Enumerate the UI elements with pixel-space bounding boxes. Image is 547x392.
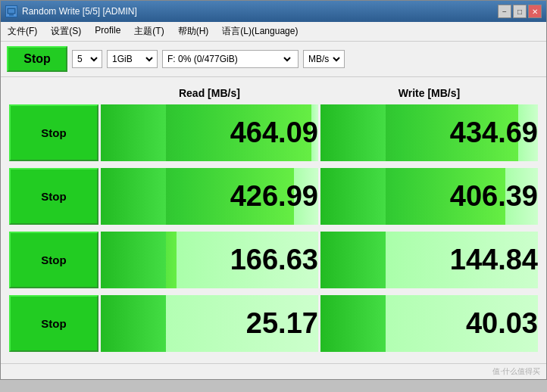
menu-help[interactable]: 帮助(H) bbox=[176, 24, 211, 39]
watermark: 值·什么值得买 bbox=[492, 366, 540, 377]
unit-select[interactable]: MB/s GB/s IOPS bbox=[305, 53, 342, 65]
unit-selector[interactable]: MB/s GB/s IOPS bbox=[303, 50, 345, 68]
maximize-button[interactable]: □ bbox=[513, 5, 527, 18]
menu-profile[interactable]: Profile bbox=[92, 24, 123, 39]
size-select[interactable]: 1GiB 512MiB 2GiB bbox=[109, 53, 155, 65]
table-row: Stop25.1740.03 bbox=[9, 295, 538, 352]
menu-bar: 文件(F) 设置(S) Profile 主题(T) 帮助(H) 语言(L)(La… bbox=[1, 22, 546, 42]
write-value-4: 40.03 bbox=[466, 307, 538, 339]
drive-selector[interactable]: F: 0% (0/477GiB) bbox=[162, 50, 299, 68]
window-controls: − □ ✕ bbox=[498, 5, 542, 18]
menu-language[interactable]: 语言(L)(Language) bbox=[220, 24, 300, 39]
menu-theme[interactable]: 主题(T) bbox=[132, 24, 166, 39]
stop-button-2[interactable]: Stop bbox=[9, 168, 98, 225]
write-value-2: 406.39 bbox=[450, 180, 538, 212]
results-area: Read [MB/s] Write [MB/s] Stop464.09434.6… bbox=[1, 77, 546, 359]
write-value-3: 144.84 bbox=[450, 244, 538, 275]
window-title: Random Write [5/5] [ADMIN] bbox=[22, 6, 137, 17]
count-select[interactable]: 5 1 3 10 bbox=[74, 53, 100, 65]
read-value-4: 25.17 bbox=[246, 307, 318, 339]
status-bar: 值·什么值得买 bbox=[1, 363, 546, 379]
count-selector[interactable]: 5 1 3 10 bbox=[72, 50, 102, 68]
app-icon bbox=[5, 5, 17, 17]
menu-file[interactable]: 文件(F) bbox=[5, 24, 39, 39]
menu-settings[interactable]: 设置(S) bbox=[48, 24, 83, 39]
read-header: Read [MB/s] bbox=[101, 84, 318, 102]
svg-rect-1 bbox=[8, 9, 14, 13]
write-header: Write [MB/s] bbox=[320, 84, 538, 102]
drive-select[interactable]: F: 0% (0/477GiB) bbox=[164, 53, 293, 65]
svg-rect-2 bbox=[9, 14, 14, 16]
close-button[interactable]: ✕ bbox=[528, 5, 542, 18]
table-row: Stop464.09434.69 bbox=[9, 104, 538, 161]
results-table: Read [MB/s] Write [MB/s] Stop464.09434.6… bbox=[7, 82, 540, 354]
read-value-1: 464.09 bbox=[230, 117, 318, 148]
title-bar: Random Write [5/5] [ADMIN] − □ ✕ bbox=[1, 1, 546, 22]
size-selector[interactable]: 1GiB 512MiB 2GiB bbox=[107, 50, 158, 68]
read-value-2: 426.99 bbox=[230, 180, 318, 212]
table-row: Stop426.99406.39 bbox=[9, 168, 538, 225]
main-stop-button[interactable]: Stop bbox=[7, 46, 67, 72]
header-row: Read [MB/s] Write [MB/s] bbox=[9, 84, 538, 102]
read-value-3: 166.63 bbox=[230, 244, 318, 275]
table-row: Stop166.63144.84 bbox=[9, 232, 538, 288]
minimize-button[interactable]: − bbox=[498, 5, 511, 18]
main-window: Random Write [5/5] [ADMIN] − □ ✕ 文件(F) 设… bbox=[0, 0, 547, 380]
toolbar: Stop 5 1 3 10 1GiB 512MiB 2GiB F: 0% (0/… bbox=[1, 42, 546, 77]
stop-button-4[interactable]: Stop bbox=[9, 295, 98, 352]
write-value-1: 434.69 bbox=[450, 117, 538, 148]
stop-button-1[interactable]: Stop bbox=[9, 104, 98, 161]
stop-button-3[interactable]: Stop bbox=[9, 232, 98, 288]
